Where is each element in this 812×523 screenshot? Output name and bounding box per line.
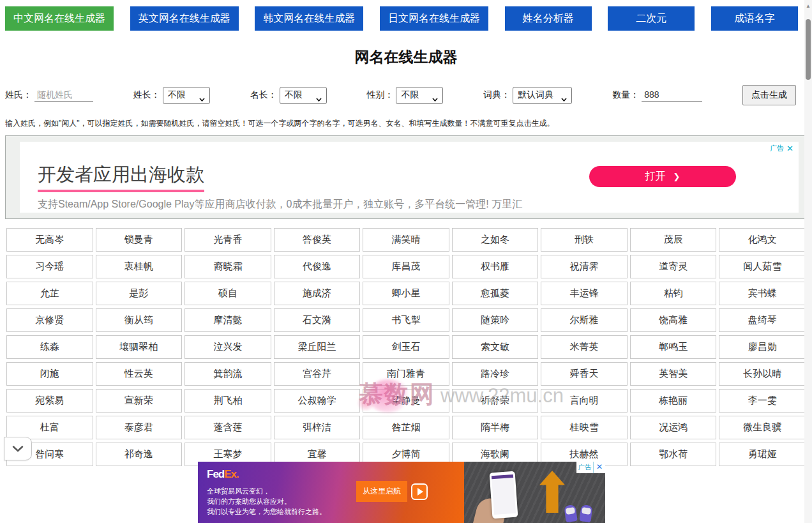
scroll-down-button[interactable] xyxy=(4,437,32,460)
name-cell[interactable]: 弭梓洁 xyxy=(274,416,361,439)
name-cell[interactable]: 性云英 xyxy=(96,362,183,386)
nav-button-5[interactable]: 二次元 xyxy=(608,6,695,31)
name-cell[interactable]: 索文敏 xyxy=(452,335,539,359)
surname-length-select[interactable]: 不限 xyxy=(163,87,210,104)
name-cell[interactable]: 杜富 xyxy=(6,416,93,439)
name-cell[interactable]: 京修贤 xyxy=(6,308,93,332)
name-cell[interactable]: 桂映雪 xyxy=(541,416,628,439)
name-cell[interactable]: 衷桂帆 xyxy=(96,255,183,278)
name-cell[interactable]: 尔斯雅 xyxy=(541,308,628,332)
name-cell[interactable]: 光青香 xyxy=(184,228,271,252)
name-cell[interactable]: 茂辰 xyxy=(630,228,717,252)
name-cell[interactable]: 饶高雅 xyxy=(630,308,717,332)
name-cell[interactable]: 石文漪 xyxy=(274,308,361,332)
name-cell[interactable]: 衡从筠 xyxy=(96,308,183,332)
play-icon[interactable] xyxy=(411,483,428,500)
name-cell[interactable]: 丰运锋 xyxy=(541,282,628,305)
name-cell[interactable]: 习今瑶 xyxy=(6,255,93,278)
name-cell[interactable]: 公叔翰学 xyxy=(274,389,361,413)
name-cell[interactable]: 闭施 xyxy=(6,362,93,386)
top-ad[interactable]: 广告 ✕ 开发者应用出海收款 支持Steam/App Store/Google … xyxy=(20,142,799,213)
name-cell[interactable]: 祈舒荣 xyxy=(452,389,539,413)
name-cell[interactable]: 愈孤菱 xyxy=(452,282,539,305)
name-cell[interactable]: 李一雯 xyxy=(719,389,806,413)
name-cell[interactable]: 是彭 xyxy=(96,282,183,305)
name-cell[interactable]: 允芷 xyxy=(6,282,93,305)
name-cell[interactable]: 书飞掣 xyxy=(363,308,449,332)
given-length-select[interactable]: 不限 xyxy=(280,87,327,104)
nav-button-4[interactable]: 姓名分析器 xyxy=(505,6,592,31)
nav-button-3[interactable]: 日文网名在线生成器 xyxy=(380,6,488,31)
nav-button-6[interactable]: 成语名字 xyxy=(711,6,798,31)
scrollbar-thumb[interactable] xyxy=(806,19,811,80)
name-cell[interactable]: 咎芷烟 xyxy=(363,416,449,439)
name-cell[interactable]: 廖昌勋 xyxy=(719,335,806,359)
name-cell[interactable]: 施成济 xyxy=(274,282,361,305)
ad-headline-link[interactable]: 开发者应用出海收款 xyxy=(38,162,204,192)
name-cell[interactable]: 满笑晴 xyxy=(363,228,449,252)
name-cell[interactable]: 况运鸿 xyxy=(630,416,717,439)
name-cell[interactable]: 之如冬 xyxy=(452,228,539,252)
name-cell[interactable]: 路冷珍 xyxy=(452,362,539,386)
name-cell[interactable]: 勇珺娅 xyxy=(719,443,806,466)
name-cell[interactable]: 宛紫易 xyxy=(6,389,93,413)
ad-open-button[interactable]: 打开 ❯ xyxy=(589,166,736,187)
name-cell[interactable]: 裔晓霜 xyxy=(184,255,271,278)
name-cell[interactable]: 长孙以晴 xyxy=(719,362,806,386)
name-cell[interactable]: 硕自 xyxy=(184,282,271,305)
name-cell[interactable]: 宫谷芹 xyxy=(274,362,361,386)
name-cell[interactable]: 闻人茹雪 xyxy=(719,255,806,278)
name-cell[interactable]: 壤驷翠柏 xyxy=(96,335,183,359)
name-cell[interactable]: 米菁英 xyxy=(541,335,628,359)
name-cell[interactable]: 练淼 xyxy=(6,335,93,359)
name-cell[interactable]: 鄂水荷 xyxy=(630,443,717,466)
gender-select[interactable]: 不限 xyxy=(396,87,443,104)
ad-close-icon[interactable]: ✕ xyxy=(786,144,793,153)
name-cell[interactable]: 剑玉石 xyxy=(363,335,449,359)
bottom-ad-cta-button[interactable]: 从这里启航 xyxy=(356,481,428,502)
name-cell[interactable]: 宣新荣 xyxy=(96,389,183,413)
name-cell[interactable]: 祝清霁 xyxy=(541,255,628,278)
name-cell[interactable]: 卿小星 xyxy=(363,282,449,305)
name-cell[interactable]: 答俊英 xyxy=(274,228,361,252)
dictionary-select[interactable]: 默认词典 xyxy=(513,87,572,104)
name-cell[interactable]: 英智美 xyxy=(630,362,717,386)
name-cell[interactable]: 道寄灵 xyxy=(630,255,717,278)
name-cell[interactable]: 箕韵流 xyxy=(184,362,271,386)
name-cell[interactable]: 化鸿文 xyxy=(719,228,806,252)
surname-input[interactable] xyxy=(34,88,93,102)
name-cell[interactable]: 隋半梅 xyxy=(452,416,539,439)
name-cell[interactable]: 库昌茂 xyxy=(363,255,449,278)
ad-close-icon[interactable]: ✕ xyxy=(593,462,605,473)
name-cell[interactable]: 摩清懿 xyxy=(184,308,271,332)
name-cell[interactable]: 无高岑 xyxy=(6,228,93,252)
name-cell[interactable]: 粘钧 xyxy=(630,282,717,305)
name-cell[interactable]: 泣兴发 xyxy=(184,335,271,359)
name-cell[interactable]: 泰彦君 xyxy=(96,416,183,439)
scrollbar-up-icon[interactable]: ▲ xyxy=(804,1,812,10)
name-cell[interactable]: 宾书蝶 xyxy=(719,282,806,305)
name-cell[interactable]: 代俊逸 xyxy=(274,255,361,278)
name-cell[interactable]: 锁曼青 xyxy=(96,228,183,252)
nav-button-1[interactable]: 英文网名在线生成器 xyxy=(130,6,239,31)
count-input[interactable] xyxy=(642,88,702,102)
name-cell[interactable]: 盘绮琴 xyxy=(719,308,806,332)
nav-button-0[interactable]: 中文网名在线生成器 xyxy=(5,6,114,31)
name-cell[interactable]: 蓬含莲 xyxy=(184,416,271,439)
name-cell[interactable]: 微生良骥 xyxy=(719,416,806,439)
name-cell[interactable]: 望静曼 xyxy=(363,389,449,413)
bottom-ad[interactable]: FedEx. 全球贸易风云变幻， 我们的方案助您从容应对。 我们以专业为笔，为您… xyxy=(198,462,605,523)
name-cell[interactable]: 刑轶 xyxy=(541,228,628,252)
name-cell[interactable]: 荆飞柏 xyxy=(184,389,271,413)
name-cell[interactable]: 舜香天 xyxy=(541,362,628,386)
name-cell[interactable]: 祁奇逸 xyxy=(96,443,183,466)
name-cell[interactable]: 随策吟 xyxy=(452,308,539,332)
name-cell[interactable]: 言向明 xyxy=(541,389,628,413)
nav-button-2[interactable]: 韩文网名在线生成器 xyxy=(255,6,363,31)
name-cell[interactable]: 梁丘阳兰 xyxy=(274,335,361,359)
name-cell[interactable]: 权书雁 xyxy=(452,255,539,278)
scrollbar[interactable]: ▲ xyxy=(804,0,812,523)
name-cell[interactable]: 栋艳丽 xyxy=(630,389,717,413)
generate-button[interactable]: 点击生成 xyxy=(742,85,796,105)
name-cell[interactable]: 郸鸣玉 xyxy=(630,335,717,359)
